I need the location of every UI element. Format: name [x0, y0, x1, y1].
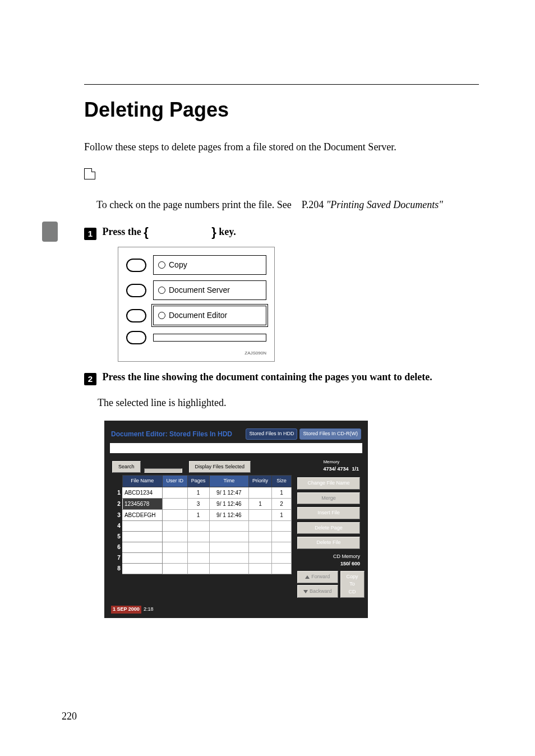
cell-size: 1 — [272, 509, 292, 520]
step-1: 1 Press the { } key. — [84, 223, 479, 241]
col-time[interactable]: Time — [209, 476, 249, 487]
header-rule — [84, 84, 479, 85]
col-user-id[interactable]: User ID — [162, 476, 187, 487]
search-field[interactable] — [144, 468, 182, 473]
note-icon — [84, 168, 95, 179]
cell-size — [272, 531, 292, 542]
note-text: To check on the page numbers print the f… — [96, 197, 479, 213]
cell-file-name: ABCDEFGH — [122, 509, 162, 520]
cell-priority — [249, 487, 272, 498]
table-row[interactable]: 7 — [112, 552, 292, 563]
cell-user-id — [162, 563, 187, 574]
display-files-selected-button[interactable]: Display Files Selected — [189, 461, 251, 473]
cell-size — [272, 552, 292, 563]
insert-file-button[interactable]: Insert File — [297, 507, 360, 519]
cell-size — [272, 563, 292, 574]
delete-file-button[interactable]: Delete File — [297, 537, 360, 549]
page-number: 220 — [62, 711, 77, 722]
cell-priority — [249, 552, 272, 563]
mode-hardkey-3 — [126, 309, 146, 322]
cell-user-id — [162, 487, 187, 498]
cell-file-name — [122, 531, 162, 542]
step-2-number: 2 — [84, 373, 96, 385]
mode-document-editor: Document Editor — [153, 306, 266, 325]
cell-pages — [187, 520, 209, 531]
table-row[interactable]: 6 — [112, 542, 292, 552]
mode-blank — [153, 334, 266, 342]
cell-pages — [187, 563, 209, 574]
forward-button[interactable]: Forward — [297, 571, 338, 584]
copy-to-cd-button[interactable]: Copy To CD — [340, 571, 365, 598]
page-heading: Deleting Pages — [84, 98, 479, 122]
cell-time: 9/ 1 12:46 — [209, 509, 249, 520]
table-row[interactable]: 3ABCDEFGH19/ 1 12:461 — [112, 509, 292, 520]
table-row[interactable]: 4 — [112, 520, 292, 531]
step-1-number: 1 — [84, 228, 96, 240]
step-2-title: Press the line showing the document cont… — [103, 371, 432, 382]
tab-hdd[interactable]: Stored Files In HDD — [246, 428, 297, 440]
backward-button[interactable]: Backward — [297, 585, 338, 598]
mode-document-server: Document Server — [153, 280, 266, 300]
triangle-up-icon — [305, 575, 310, 579]
mode-panel-figure: Copy Document Server Document Editor — [118, 247, 275, 362]
mode-copy-label: Copy — [169, 259, 187, 271]
mode-document-server-label: Document Server — [169, 284, 230, 296]
status-date: 1 SEP 2000 — [111, 606, 141, 614]
col-pages[interactable]: Pages — [187, 476, 209, 487]
memory-label: Memory — [323, 459, 348, 465]
message-bar — [110, 443, 362, 453]
note-prefix: To check on the page numbers print the f… — [96, 199, 292, 210]
tab-cdrw[interactable]: Stored Files In CD-R(W) — [299, 428, 361, 440]
cell-time — [209, 563, 249, 574]
step-1-before: Press the — [103, 226, 144, 237]
table-row[interactable]: 21234567839/ 1 12:4612 — [112, 498, 292, 509]
cell-file-name — [122, 563, 162, 574]
note-ref-page: P.204 — [302, 199, 324, 210]
cell-user-id — [162, 498, 187, 509]
change-file-name-button[interactable]: Change File Name — [297, 477, 360, 490]
row-index: 2 — [112, 498, 122, 509]
search-button[interactable]: Search — [112, 461, 141, 473]
table-row[interactable]: 1ABCD123419/ 1 12:471 — [112, 487, 292, 498]
memory-value: 4734/ 4734 — [323, 465, 348, 473]
cell-priority — [249, 531, 272, 542]
cell-priority — [249, 563, 272, 574]
cell-size: 1 — [272, 487, 292, 498]
cell-time: 9/ 1 12:46 — [209, 498, 249, 509]
step-2-result: The selected line is highlighted. — [98, 395, 479, 411]
row-index: 8 — [112, 563, 122, 574]
cell-user-id — [162, 520, 187, 531]
cell-pages — [187, 542, 209, 552]
triangle-down-icon — [303, 590, 308, 593]
led-icon — [158, 312, 165, 319]
cell-priority — [249, 520, 272, 531]
step-1-title: Press the { } key. — [103, 226, 236, 237]
col-file-name[interactable]: File Name — [122, 476, 162, 487]
cell-file-name — [122, 520, 162, 531]
status-bar: 1 SEP 2000 2:18 — [110, 605, 362, 615]
cell-time — [209, 552, 249, 563]
row-index: 4 — [112, 520, 122, 531]
cell-priority — [249, 542, 272, 552]
cell-pages: 1 — [187, 509, 209, 520]
cell-file-name: ABCD1234 — [122, 487, 162, 498]
merge-button[interactable]: Merge — [297, 492, 360, 505]
mode-hardkey-2 — [126, 284, 146, 297]
col-size[interactable]: Size — [272, 476, 292, 487]
cell-pages — [187, 552, 209, 563]
cd-memory-value: 150/ 600 — [297, 560, 360, 568]
row-index: 5 — [112, 531, 122, 542]
key-bracket-close: } — [211, 225, 216, 239]
row-index: 1 — [112, 487, 122, 498]
chapter-side-tab — [42, 222, 58, 242]
delete-page-button[interactable]: Delete Page — [297, 522, 360, 534]
table-row[interactable]: 5 — [112, 531, 292, 542]
backward-label: Backward — [310, 588, 332, 596]
cell-pages: 3 — [187, 498, 209, 509]
step-2: 2 Press the line showing the document co… — [84, 370, 479, 385]
cell-user-id — [162, 531, 187, 542]
col-priority[interactable]: Priority — [249, 476, 272, 487]
table-row[interactable]: 8 — [112, 563, 292, 574]
screen-figure: Document Editor: Stored Files In HDD Sto… — [104, 421, 368, 618]
cell-pages: 1 — [187, 487, 209, 498]
